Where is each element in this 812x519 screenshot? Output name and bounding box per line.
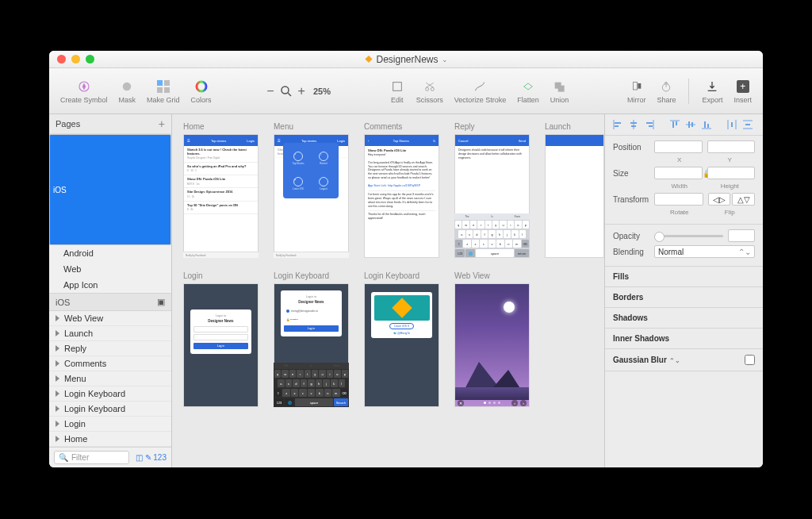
artboard-label: Web View (454, 271, 530, 280)
zoom-icon[interactable] (86, 55, 94, 63)
artboard-reply[interactable]: Reply CancelSend Designers should code b… (454, 122, 530, 258)
flip-v-button[interactable]: △▽ (732, 193, 755, 206)
position-y-field[interactable] (707, 140, 756, 153)
page-item-appicon[interactable]: App Icon (49, 277, 171, 293)
edit-button[interactable]: Edit (386, 77, 408, 106)
gaussian-blur-header[interactable]: Gaussian Blur ⌃⌄ (605, 349, 763, 371)
traffic-lights (57, 55, 94, 63)
scissors-button[interactable]: Scissors (413, 77, 446, 106)
artboard-label: Reply (454, 122, 530, 131)
artboard-label: Login Keyboard (274, 271, 349, 280)
layer-item[interactable]: Web View (49, 311, 171, 326)
distribute-v-button[interactable] (741, 119, 754, 130)
shadows-header[interactable]: Shadows (605, 308, 763, 329)
left-sidebar: Pages+ iOS Android Web App Icon iOS▣ Web… (49, 114, 172, 467)
zoom-percent[interactable]: 25% (310, 85, 334, 98)
layer-item[interactable]: Home (49, 432, 171, 447)
close-icon[interactable] (57, 55, 66, 63)
svg-rect-37 (731, 122, 733, 127)
svg-rect-15 (638, 83, 641, 89)
union-button[interactable]: Union (547, 77, 573, 106)
inner-shadows-header[interactable]: Inner Shadows (605, 329, 763, 349)
distribute-h-button[interactable] (726, 119, 738, 130)
artboard-login[interactable]: Login Log in to Designer News Log in (183, 271, 259, 407)
create-symbol-button[interactable]: Create Symbol (57, 77, 111, 106)
align-hcenter-button[interactable] (627, 119, 640, 130)
phone-mock: ☰Top storiesLogin Sketch 3.6 is out now … (183, 134, 259, 258)
align-left-button[interactable] (611, 119, 624, 130)
share-button[interactable]: Share (653, 77, 679, 106)
svg-rect-31 (691, 122, 693, 127)
layer-item[interactable]: Login Keyboard (49, 386, 171, 402)
flip-h-button[interactable]: ◁▷ (708, 193, 731, 206)
svg-rect-25 (649, 125, 653, 127)
artboard-label: Menu (274, 122, 349, 131)
window-title[interactable]: DesignerNews ⌄ (364, 54, 447, 65)
align-row (605, 114, 763, 136)
gblur-checkbox[interactable] (745, 355, 755, 365)
layers-header: iOS▣ (49, 293, 171, 311)
layer-item[interactable]: Menu (49, 371, 171, 386)
svg-line-8 (288, 93, 291, 96)
insert-button[interactable]: +Insert (730, 77, 755, 106)
artboard-webview[interactable]: Web View ✕ ‹ › (454, 271, 530, 407)
artboard-label: Login Keyboard (364, 271, 439, 280)
vectorize-button[interactable]: Vectorize Stroke (451, 77, 510, 106)
page-item-android[interactable]: Android (49, 245, 171, 261)
artboard-menu[interactable]: Menu ☰Top storiesLogin Sketch 3.6 is out… (274, 122, 349, 258)
fills-header[interactable]: Fills (605, 267, 763, 287)
align-right-button[interactable] (643, 119, 656, 130)
login-button: Log in (193, 343, 248, 349)
opacity-slider[interactable] (654, 235, 723, 237)
filter-input[interactable]: 🔍Filter (54, 451, 129, 464)
opacity-field[interactable] (728, 229, 755, 242)
width-field[interactable] (654, 167, 703, 179)
borders-header[interactable]: Borders (605, 287, 763, 308)
minimize-icon[interactable] (71, 55, 80, 63)
layer-item[interactable]: Reply (49, 341, 171, 356)
webview-illustration: ✕ ‹ › (454, 283, 530, 407)
align-vcenter-button[interactable] (684, 119, 697, 130)
artboard-login-keyboard-2[interactable]: Login Keyboard Learn iOS 9 🐦 @MengTo (364, 271, 439, 407)
artboard-label: Launch (545, 122, 604, 131)
zoom-in-button[interactable]: + (298, 84, 305, 98)
slice-toggle[interactable]: ◫ ✎ 123 (136, 453, 167, 462)
rotate-field[interactable] (654, 193, 703, 206)
svg-rect-27 (672, 121, 674, 128)
artboard-launch[interactable]: Launch (545, 122, 604, 258)
layer-item[interactable]: Launch (49, 326, 171, 341)
moon-icon (504, 302, 515, 313)
artboard-home[interactable]: Home ☰Top storiesLogin Sketch 3.6 is out… (183, 122, 259, 258)
flatten-button[interactable]: Flatten (514, 77, 542, 106)
mirror-button[interactable]: Mirror (624, 77, 649, 106)
layer-item[interactable]: Login Keyboard (49, 402, 171, 417)
page-item-web[interactable]: Web (49, 261, 171, 277)
svg-rect-30 (688, 121, 690, 128)
height-field[interactable] (707, 167, 756, 179)
canvas[interactable]: Home ☰Top storiesLogin Sketch 3.6 is out… (172, 114, 604, 467)
artboard-login-keyboard-1[interactable]: Login Keyboard Log in to Designer News m… (274, 271, 349, 407)
inspector: Position XY Size🔒 WidthHeight Transform◁… (604, 114, 763, 467)
mountains-icon (455, 352, 529, 392)
svg-rect-33 (704, 121, 706, 128)
svg-rect-21 (630, 122, 637, 124)
mask-button[interactable]: Mask (116, 77, 140, 106)
zoom-out-button[interactable]: − (266, 84, 274, 98)
chevron-down-icon: ⌄ (442, 56, 448, 63)
svg-rect-28 (676, 121, 677, 125)
align-top-button[interactable] (668, 119, 681, 130)
align-bottom-button[interactable] (700, 119, 713, 130)
svg-rect-22 (631, 125, 636, 127)
export-button[interactable]: Export (699, 77, 726, 106)
layer-item[interactable]: Comments (49, 356, 171, 371)
position-x-field[interactable] (654, 140, 703, 153)
colors-button[interactable]: Colors (188, 77, 215, 106)
email-field (193, 326, 248, 333)
blending-select[interactable]: Normal⌃⌄ (654, 245, 755, 258)
pages-header: Pages+ (49, 114, 171, 134)
layer-item[interactable]: Login (49, 417, 171, 432)
add-page-button[interactable]: + (159, 117, 165, 130)
make-grid-button[interactable]: Make Grid (144, 77, 183, 106)
page-item-ios[interactable]: iOS (49, 134, 171, 245)
artboard-comments[interactable]: Comments ‹Top Stories↻ Show DN: Panda iO… (364, 122, 439, 258)
